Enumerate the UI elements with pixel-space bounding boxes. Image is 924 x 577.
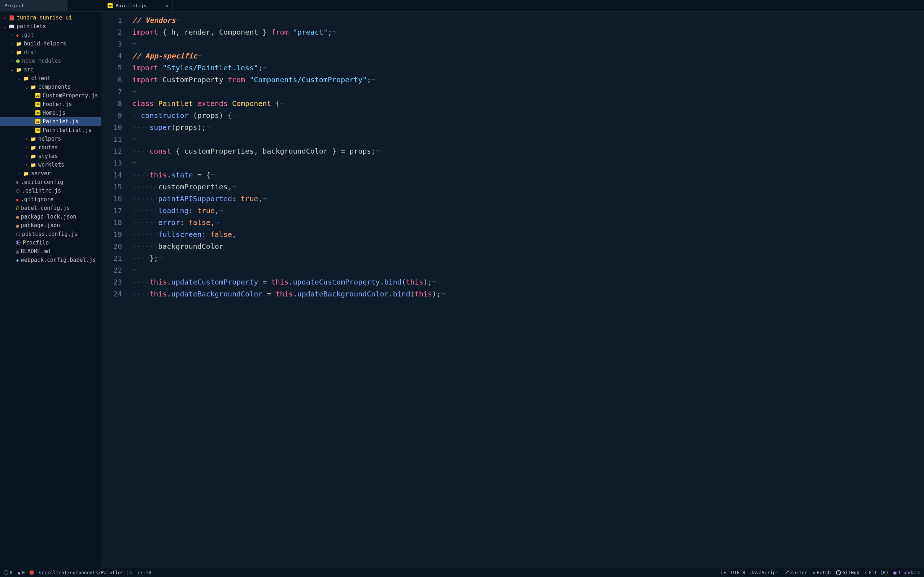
warning-count: 0: [22, 570, 25, 575]
tree-root-paintlets[interactable]: ⌄ 📖 paintlets: [0, 22, 101, 31]
tree-file-paintlet[interactable]: JS Paintlet.js: [0, 117, 101, 126]
line-number: 19: [101, 229, 122, 240]
github-icon: [836, 570, 841, 575]
code-line[interactable]: ¬: [132, 86, 924, 98]
error-icon: ⓘ: [3, 569, 8, 576]
tree-folder-src[interactable]: ⌄ 📁 src: [0, 65, 101, 74]
status-updates[interactable]: ▣ 1 update: [894, 570, 921, 575]
close-icon[interactable]: ×: [166, 3, 168, 9]
code-line[interactable]: import { h, render, Component } from "pr…: [132, 26, 924, 38]
line-number: 3: [101, 38, 122, 50]
code-line[interactable]: // Vendors¬: [132, 15, 924, 26]
code-line[interactable]: class Paintlet extends Component {¬: [132, 98, 924, 110]
tree-file-procfile[interactable]: Ⓗ Procfile: [0, 239, 101, 247]
chevron-right-icon: ›: [3, 15, 6, 20]
code-line[interactable]: ····this.updateCustomProperty = this.upd…: [132, 276, 924, 288]
tree-folder-git[interactable]: › ◆ .git: [0, 31, 101, 39]
tree-label: routes: [38, 144, 58, 151]
code-line[interactable]: ····};¬: [132, 253, 924, 264]
folder-icon: 📁: [30, 136, 36, 142]
line-number: 22: [101, 264, 122, 276]
status-git[interactable]: ✦ Git (0): [864, 570, 888, 575]
tree-folder-node-modules[interactable]: › ⬢ node_modules: [0, 56, 101, 65]
code-line[interactable]: ····this.updateBackgroundColor = this.up…: [132, 288, 924, 300]
tree-file-gitignore[interactable]: ◆ .gitignore: [0, 195, 101, 204]
status-line-ending[interactable]: LF: [720, 570, 726, 575]
tree-folder-build-helpers[interactable]: › 📁 build-helpers: [0, 39, 101, 48]
line-gutter: 123456789101112131415161718192021222324: [101, 11, 129, 567]
tree-file-paintletlist[interactable]: JS PaintletList.js: [0, 126, 101, 134]
code-line[interactable]: // App-specific¬: [132, 50, 924, 62]
tree-file-home[interactable]: JS Home.js: [0, 108, 101, 117]
project-panel-tab[interactable]: Project: [0, 0, 68, 11]
tree-label: styles: [38, 153, 58, 160]
book-icon: 📖: [9, 24, 15, 29]
code-line[interactable]: ······backgroundColor¬: [132, 240, 924, 253]
tree-label: components: [38, 84, 71, 90]
code-line[interactable]: ······error: false,¬: [132, 217, 924, 229]
tree-file-babel-config[interactable]: 𝐵 babel.config.js: [0, 204, 101, 213]
line-number: 14: [101, 169, 122, 181]
tree-folder-styles[interactable]: › 📁 styles: [0, 152, 101, 161]
code-content[interactable]: // Vendors¬import { h, render, Component…: [129, 11, 924, 567]
tree-file-readme[interactable]: ▤ README.md: [0, 247, 101, 256]
code-line[interactable]: ······paintAPISupported: true,¬: [132, 193, 924, 205]
tree-file-customproperty[interactable]: JS CustomProperty.js: [0, 91, 101, 100]
tree-file-editorconfig[interactable]: ⚙ .editorconfig: [0, 178, 101, 187]
code-line[interactable]: ····super(props);¬: [132, 121, 924, 134]
js-icon: JS: [36, 128, 40, 133]
tree-folder-routes[interactable]: › 📁 routes: [0, 143, 101, 152]
tree-label: server: [31, 170, 50, 177]
chevron-right-icon: ›: [24, 154, 28, 159]
status-encoding[interactable]: UTF-8: [731, 570, 745, 575]
tree-label: webpack.config.babel.js: [21, 257, 96, 263]
status-fetch[interactable]: ↻ Fetch: [813, 570, 831, 575]
code-line[interactable]: ¬: [132, 264, 924, 276]
code-line[interactable]: ······fullscreen: false,¬: [132, 229, 924, 240]
line-number: 2: [101, 26, 122, 38]
line-number: 18: [101, 217, 122, 229]
code-line[interactable]: import "Styles/Paintlet.less";¬: [132, 62, 924, 74]
code-line[interactable]: ¬: [132, 134, 924, 145]
line-number: 7: [101, 86, 122, 98]
tree-folder-helpers[interactable]: › 📁 helpers: [0, 134, 101, 143]
tree-folder-server[interactable]: › 📁 server: [0, 169, 101, 178]
linter-indicator-icon[interactable]: [30, 571, 34, 574]
status-warnings[interactable]: ▲ 0: [18, 570, 25, 575]
tree-file-webpack[interactable]: ◈ webpack.config.babel.js: [0, 256, 101, 264]
heroku-icon: Ⓗ: [16, 239, 21, 246]
file-tab-paintlet[interactable]: JS Paintlet.js ×: [104, 0, 173, 11]
code-line[interactable]: import CustomProperty from "Components/C…: [132, 74, 924, 86]
code-line[interactable]: ¬: [132, 157, 924, 169]
tree-file-package-json[interactable]: ▣ package.json: [0, 221, 101, 230]
tree-folder-components[interactable]: ⌄ 📁 components: [0, 82, 101, 91]
sync-icon: ↻: [813, 570, 815, 575]
status-errors[interactable]: ⓘ 0: [3, 569, 13, 576]
code-line[interactable]: ··constructor (props) {¬: [132, 110, 924, 121]
tree-file-postcss[interactable]: ⬡ postcss.config.js: [0, 230, 101, 239]
tree-folder-client[interactable]: ⌄ 📁 client: [0, 74, 101, 82]
code-line[interactable]: ······loading: true,¬: [132, 205, 924, 217]
git-icon: ◆: [16, 197, 19, 202]
code-line[interactable]: ······customProperties,¬: [132, 181, 924, 193]
status-language[interactable]: JavaScript: [750, 570, 779, 575]
npm-icon: ▣: [16, 214, 19, 220]
tree-folder-dist[interactable]: › 📁 dist: [0, 48, 101, 56]
tree-file-eslintrc[interactable]: ⬡ .eslintrc.js: [0, 187, 101, 195]
chevron-down-icon: ⌄: [3, 24, 6, 29]
tree-root-tundra[interactable]: › 📕 tundra-sunrise-ui: [0, 13, 101, 22]
code-line[interactable]: ····this.state = {¬: [132, 169, 924, 181]
tree-file-footer[interactable]: JS Footer.js: [0, 100, 101, 108]
status-cursor[interactable]: 77:10: [137, 570, 151, 575]
tree-label: README.md: [21, 248, 50, 255]
chevron-down-icon: ⌄: [17, 76, 21, 81]
tree-file-package-lock[interactable]: ▣ package-lock.json: [0, 213, 101, 221]
code-line[interactable]: ¬: [132, 38, 924, 50]
tree-label: .gitignore: [21, 196, 53, 203]
status-github[interactable]: GitHub: [836, 570, 859, 575]
code-editor[interactable]: 123456789101112131415161718192021222324 …: [101, 11, 924, 567]
tree-folder-worklets[interactable]: › 📁 worklets: [0, 161, 101, 169]
status-filepath[interactable]: src/client/components/Paintlet.js: [39, 570, 132, 575]
status-branch[interactable]: ⎇ master: [783, 570, 808, 575]
code-line[interactable]: ····const { customProperties, background…: [132, 145, 924, 157]
